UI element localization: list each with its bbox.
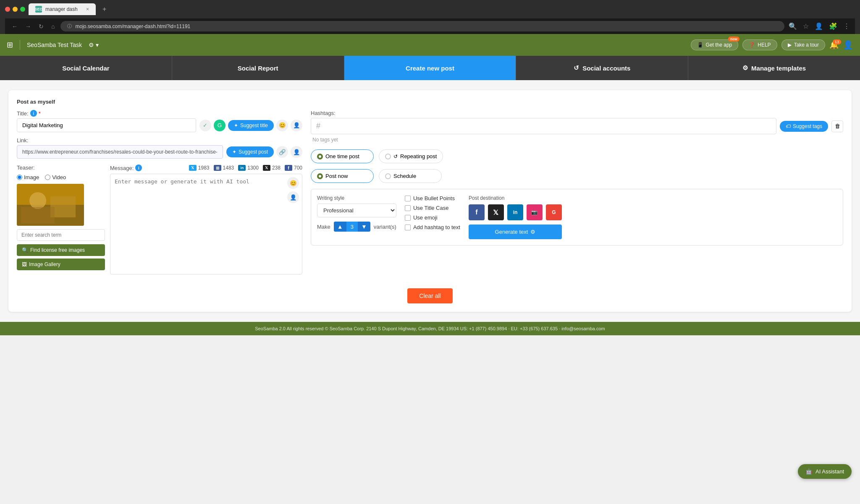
stepper-up-btn[interactable]: ▲ [334, 222, 346, 232]
message-info-icon[interactable]: i [135, 165, 142, 171]
teaser-label: Teaser: [17, 165, 105, 171]
hashtags-label: Hashtags: [311, 110, 843, 116]
title-required: * [39, 110, 41, 117]
use-bullet-points-label[interactable]: Use Bullet Points [405, 195, 460, 201]
maximize-dot[interactable] [20, 7, 25, 12]
no-tags-label: No tags yet [312, 137, 843, 143]
grammarly-btn[interactable]: G [214, 120, 225, 131]
message-textarea[interactable] [110, 174, 302, 274]
google-dest-btn[interactable]: G [546, 204, 562, 220]
image-search-input[interactable] [17, 229, 105, 241]
link-label: Link: [17, 137, 302, 144]
title-input[interactable] [17, 118, 196, 132]
find-images-btn[interactable]: 🔍 Find license free images [17, 244, 105, 256]
app-title: SeoSamba Test Task [27, 42, 82, 48]
tab-manage-templates[interactable]: ⚙ Manage templates [688, 56, 860, 80]
settings-dropdown[interactable]: ⚙ ▾ [89, 42, 99, 48]
suggest-title-btn[interactable]: ✦ Suggest title [228, 120, 274, 131]
help-icon: ❓ [749, 42, 755, 48]
link-person-btn[interactable]: 👤 [291, 146, 302, 158]
make-variants-row: Make ▲ 3 ▼ variant(s) [317, 222, 396, 232]
new-badge: new [728, 37, 740, 42]
stepper-down-btn[interactable]: ▼ [358, 222, 370, 232]
writing-style-select[interactable]: Professional Casual Formal Friendly [317, 204, 396, 217]
gear-icon: ⚙ [742, 64, 748, 72]
use-emoji-label[interactable]: Use emoji [405, 214, 460, 221]
message-side-btns: 😊 👤 [287, 177, 299, 203]
reload-btn[interactable]: ↻ [37, 21, 45, 31]
twitter-icon: 𝕏 [189, 165, 197, 171]
link-input[interactable] [17, 145, 223, 159]
image-gallery-btn[interactable]: 🖼 Image Gallery [17, 259, 105, 270]
extension-icon[interactable]: 🧩 [829, 22, 837, 30]
get-app-btn[interactable]: 📱 Get the app new [691, 39, 739, 50]
add-hashtag-checkbox[interactable] [405, 225, 411, 230]
facebook-dest-btn[interactable]: f [469, 204, 485, 220]
active-tab[interactable]: SEO manager dash × [29, 3, 96, 15]
image-preview[interactable] [17, 184, 84, 226]
message-person-btn[interactable]: 👤 [287, 191, 299, 203]
minimize-dot[interactable] [13, 7, 18, 12]
writing-style-col: Writing style Professional Casual Formal… [317, 195, 396, 232]
more-icon[interactable]: ⋮ [843, 22, 850, 30]
suggest-post-btn[interactable]: ✦ Suggest post [226, 146, 274, 157]
tab-close-btn[interactable]: × [86, 6, 89, 12]
close-dot[interactable] [5, 7, 10, 12]
tab-social-calendar[interactable]: Social Calendar [0, 56, 172, 80]
hashtags-section: Hashtags: # 🏷 Suggest tags 🗑 No [311, 110, 843, 143]
notification-btn[interactable]: 🔔 13 [829, 40, 839, 50]
hashtag-field[interactable]: # [311, 118, 776, 134]
use-bullet-points-checkbox[interactable] [405, 196, 411, 201]
tab-social-report[interactable]: Social Report [172, 56, 344, 80]
message-emoji-btn[interactable]: 😊 [287, 177, 299, 189]
linkedin-dest-btn[interactable]: in [507, 204, 523, 220]
facebook-count: f 700 [285, 165, 302, 171]
use-emoji-checkbox[interactable] [405, 215, 411, 221]
video-radio-label[interactable]: Video [45, 174, 66, 180]
spellcheck-btn[interactable]: ✓ [199, 120, 211, 131]
generate-icon: ⚙ [530, 229, 535, 235]
person-btn[interactable]: 👤 [291, 120, 302, 131]
grid-menu-icon[interactable]: ⊞ [7, 40, 13, 50]
image-radio-label[interactable]: Image [17, 174, 39, 180]
address-bar[interactable]: ⓘ mojo.seosamba.com/manager-dash.html?id… [60, 21, 784, 31]
link-copy-btn[interactable]: 🔗 [276, 146, 288, 158]
tab-title: manager dash [45, 6, 78, 12]
clear-hashtags-btn[interactable]: 🗑 [831, 120, 843, 132]
one-time-post-option[interactable]: One time post [311, 149, 374, 163]
post-now-option[interactable]: Post now [311, 169, 374, 183]
suggest-icon: ✦ [234, 123, 238, 128]
nav-tabs: Social Calendar Social Report Create new… [0, 56, 860, 80]
tab-social-accounts[interactable]: ↺ Social accounts [516, 56, 688, 80]
home-btn[interactable]: ⌂ [50, 21, 56, 31]
x-dest-btn[interactable]: 𝕏 [488, 204, 504, 220]
search-icon[interactable]: 🔍 [789, 22, 797, 30]
emoji-btn[interactable]: 😊 [276, 120, 288, 131]
add-hashtag-label[interactable]: Add hashtag to text [405, 224, 460, 230]
avatar-icon[interactable]: 👤 [843, 40, 853, 50]
generate-text-btn[interactable]: Generate text ⚙ [469, 225, 562, 239]
use-title-case-checkbox[interactable] [405, 205, 411, 211]
tab-create-new-post[interactable]: Create new post [344, 56, 517, 80]
header-divider [20, 40, 20, 50]
link-row: ✦ Suggest post 🔗 👤 [17, 145, 302, 159]
hashtag-input-row: # 🏷 Suggest tags 🗑 [311, 118, 843, 134]
suggest-tags-btn[interactable]: 🏷 Suggest tags [780, 121, 828, 132]
forward-btn[interactable]: → [24, 21, 33, 31]
video-radio[interactable] [45, 175, 50, 180]
image-radio[interactable] [17, 175, 22, 180]
social-calendar-label: Social Calendar [62, 65, 110, 72]
bookmark-icon[interactable]: ☆ [803, 22, 809, 30]
help-btn[interactable]: ❓ HELP [742, 39, 777, 50]
title-info-icon[interactable]: i [30, 110, 37, 117]
profile-icon[interactable]: 👤 [815, 22, 823, 30]
take-tour-btn[interactable]: ▶ Take a tour [781, 39, 825, 50]
schedule-option[interactable]: Schedule [379, 169, 442, 183]
clear-all-btn[interactable]: Clear all [407, 288, 452, 303]
instagram-dest-btn[interactable]: 📷 [527, 204, 543, 220]
new-tab-btn[interactable]: + [99, 4, 110, 15]
use-title-case-label[interactable]: Use Title Case [405, 205, 460, 211]
one-time-radio-dot [317, 154, 323, 159]
back-btn[interactable]: ← [10, 21, 19, 31]
repeating-post-option[interactable]: ↺ Repeating post [379, 149, 443, 163]
